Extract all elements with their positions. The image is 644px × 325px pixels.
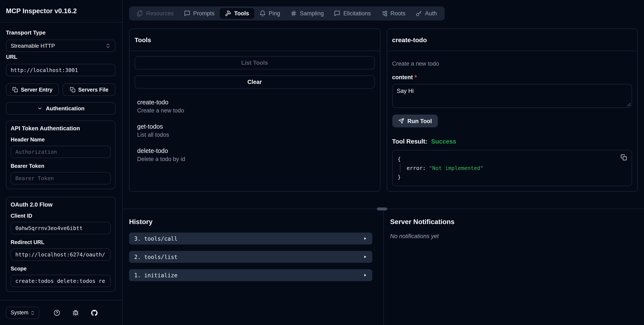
run-tool-label: Run Tool: [408, 118, 432, 124]
tools-panel-title: Tools: [134, 36, 151, 44]
tab-roots[interactable]: Roots: [376, 8, 410, 19]
api-token-card: API Token Authentication Header Name Bea…: [6, 120, 116, 189]
history-entry[interactable]: 2. tools/list: [129, 251, 372, 263]
debug-button[interactable]: [72, 310, 79, 316]
tab-sampling[interactable]: Sampling: [285, 8, 329, 19]
bottom-row: History 3. tools/call 2. tools/list 1. i…: [123, 209, 644, 325]
sidebar-header: MCP Inspector v0.16.2: [0, 0, 122, 22]
copy-buttons-row: Server Entry Servers File: [6, 84, 116, 96]
copy-icon: [620, 154, 627, 160]
github-button[interactable]: [91, 310, 98, 316]
chevrons-up-down-icon: [105, 43, 111, 48]
history-entry-label: 3. tools/call: [134, 235, 178, 242]
client-id-input[interactable]: [11, 222, 111, 234]
copy-result-button[interactable]: [620, 154, 627, 160]
tools-panel-body: List Tools Clear create-todo Create a ne…: [130, 51, 380, 191]
tab-label: Auth: [425, 10, 437, 16]
scope-input[interactable]: [11, 275, 111, 287]
servers-file-button[interactable]: Servers File: [62, 84, 116, 96]
content-textarea[interactable]: Say Hi: [392, 84, 632, 108]
json-close-brace: }: [398, 172, 626, 182]
tool-description: Delete a todo by id: [137, 156, 372, 162]
message-square-icon: [184, 10, 190, 16]
tool-list-item[interactable]: get-todos List all todos: [137, 123, 372, 138]
app-title: MCP Inspector v0.16.2: [6, 7, 77, 15]
transport-type-select[interactable]: Streamable HTTP: [6, 40, 116, 52]
splitter-drag-handle[interactable]: [377, 208, 387, 210]
client-id-label: Client ID: [11, 213, 111, 219]
tab-tools[interactable]: Tools: [220, 8, 254, 19]
tool-result-line: Tool Result: Success: [392, 138, 632, 145]
servers-file-label: Servers File: [78, 87, 108, 93]
bearer-token-input[interactable]: [11, 172, 111, 184]
url-label: URL: [6, 54, 116, 60]
tool-name: get-todos: [137, 123, 372, 130]
tab-prompts[interactable]: Prompts: [179, 8, 220, 19]
run-tool-button[interactable]: Run Tool: [392, 114, 438, 127]
result-json-block: { error: "Not implemented" }: [392, 150, 632, 186]
tab-resources[interactable]: Resources: [132, 8, 179, 19]
copy-icon: [70, 87, 75, 92]
tab-auth[interactable]: Auth: [410, 8, 442, 19]
tab-label: Prompts: [193, 10, 215, 16]
tool-detail-description: Create a new todo: [392, 60, 632, 67]
header-name-input[interactable]: [11, 146, 111, 158]
help-button[interactable]: [54, 310, 60, 316]
tool-list-item[interactable]: delete-todo Delete a todo by id: [137, 148, 372, 162]
tab-elicitations[interactable]: Elicitations: [329, 8, 376, 19]
sidebar-footer: System: [0, 300, 122, 325]
panels-row: Tools List Tools Clear create-todo Creat…: [123, 20, 644, 192]
sidebar: MCP Inspector v0.16.2 Transport Type Str…: [0, 0, 123, 325]
authentication-toggle[interactable]: Authentication: [6, 102, 116, 114]
expand-play-icon: [363, 255, 367, 259]
theme-value: System: [11, 310, 28, 316]
history-entry[interactable]: 1. initialize: [129, 269, 372, 281]
resize-grip-icon[interactable]: [626, 102, 631, 106]
json-key: error:: [406, 165, 426, 171]
key-icon: [416, 10, 422, 16]
chevrons-up-down-icon: [30, 310, 35, 316]
server-entry-button[interactable]: Server Entry: [6, 84, 59, 96]
url-input[interactable]: [6, 64, 116, 76]
tabbar: Resources Prompts Tools Ping Sampling: [129, 6, 444, 20]
required-asterisk: *: [415, 74, 417, 80]
notifications-empty-text: No notifications yet: [390, 233, 638, 240]
transport-type-value: Streamable HTTP: [11, 42, 55, 49]
server-notifications-pane: Server Notifications No notifications ye…: [384, 209, 644, 325]
redirect-url-label: Redirect URL: [11, 240, 111, 245]
history-entry[interactable]: 3. tools/call: [129, 232, 372, 244]
tool-name: create-todo: [137, 99, 372, 106]
bearer-token-label: Bearer Token: [11, 163, 111, 169]
expand-play-icon: [363, 236, 367, 241]
tool-detail-header: create-todo: [387, 29, 637, 51]
footer-icons: [54, 310, 98, 316]
json-error-line: error: "Not implemented": [400, 164, 626, 172]
tool-description: Create a new todo: [137, 107, 372, 114]
tab-row: Resources Prompts Tools Ping Sampling: [123, 0, 644, 20]
tab-label: Elicitations: [343, 10, 371, 16]
tool-description: List all todos: [137, 132, 372, 138]
history-list: 3. tools/call 2. tools/list 1. initializ…: [129, 232, 372, 281]
tab-ping[interactable]: Ping: [254, 8, 285, 19]
content-field-label: content *: [392, 74, 632, 80]
tab-label: Ping: [269, 10, 280, 16]
tab-label: Sampling: [300, 10, 324, 16]
transport-type-label: Transport Type: [6, 30, 116, 36]
mcp-inspector-app: MCP Inspector v0.16.2 Transport Type Str…: [0, 0, 644, 325]
tools-panel: Tools List Tools Clear create-todo Creat…: [129, 28, 380, 192]
tool-list-item[interactable]: create-todo Create a new todo: [137, 99, 372, 114]
main-area: Resources Prompts Tools Ping Sampling: [123, 0, 644, 325]
authentication-toggle-label: Authentication: [46, 105, 84, 112]
json-open-brace: {: [398, 154, 626, 164]
clear-button[interactable]: Clear: [134, 76, 374, 88]
header-name-label: Header Name: [11, 137, 111, 143]
content-label-text: content: [392, 74, 413, 80]
tool-result-status: Success: [431, 138, 456, 145]
redirect-url-input[interactable]: [11, 248, 111, 261]
sidebar-body: Transport Type Streamable HTTP URL Serve…: [0, 22, 122, 300]
theme-select[interactable]: System: [6, 306, 39, 319]
horizontal-splitter: [123, 209, 644, 209]
hash-icon: [290, 10, 297, 16]
copy-icon: [12, 87, 18, 92]
list-tools-button[interactable]: List Tools: [134, 56, 374, 70]
